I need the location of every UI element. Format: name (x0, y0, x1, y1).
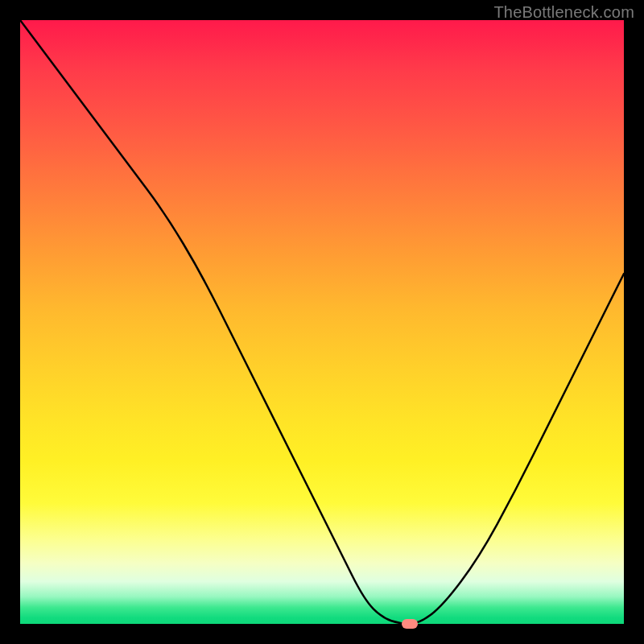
chart-plot-area (20, 20, 624, 624)
chart-frame: TheBottleneck.com (0, 0, 644, 644)
watermark-text: TheBottleneck.com (493, 3, 634, 22)
optimal-marker (402, 619, 418, 629)
bottleneck-curve (20, 20, 624, 624)
